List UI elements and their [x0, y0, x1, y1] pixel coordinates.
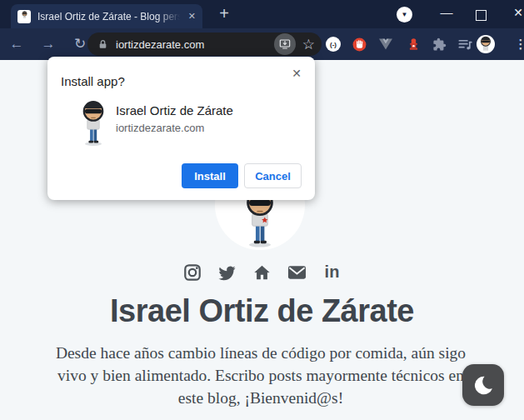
dialog-close-icon[interactable]: ✕	[288, 65, 305, 82]
dialog-title: Install app?	[61, 74, 125, 88]
page-title: Israel Ortiz de Zárate	[0, 293, 524, 329]
tab-close-icon[interactable]: ✕	[188, 11, 196, 22]
new-tab-button[interactable]: +	[213, 2, 235, 24]
avatar-icon	[19, 11, 30, 22]
media-playlist-icon[interactable]	[456, 35, 474, 53]
extension-devtool-icon[interactable]: (-)	[324, 35, 342, 53]
maximize-button[interactable]	[476, 10, 487, 21]
app-origin: iortizdezarate.com	[116, 122, 204, 134]
install-app-dialog: Install app? ✕ Israel Ortiz de Zárate io…	[47, 57, 315, 200]
kebab-menu-icon: ⋮	[515, 37, 524, 52]
lock-icon	[97, 39, 108, 50]
vue-v-icon	[378, 38, 393, 51]
puzzle-piece-icon	[432, 38, 447, 52]
avatar-icon	[477, 35, 495, 53]
browser-menu-button[interactable]: ⋮	[512, 35, 524, 53]
tab-search-button[interactable]: ▼	[397, 7, 412, 22]
instagram-icon[interactable]	[182, 262, 202, 282]
minimize-button[interactable]: —	[435, 5, 458, 23]
queue-music-icon	[457, 37, 473, 52]
toolbar: ← → ↻ iortizdezarate.com ☆ (-)	[0, 28, 524, 60]
dark-mode-toggle[interactable]	[462, 364, 504, 406]
moon-icon	[472, 374, 494, 396]
profile-avatar[interactable]	[477, 35, 495, 53]
avatar-app-icon	[77, 100, 110, 147]
paren-circle-icon: (-)	[326, 37, 341, 52]
twitter-icon[interactable]	[217, 262, 237, 282]
linkedin-label: in	[325, 262, 340, 282]
tab-title: Israel Ortiz de Zárate - Blog perso	[37, 11, 183, 22]
hydrant-icon	[407, 37, 421, 52]
monitor-download-icon	[278, 38, 292, 51]
browser-window: Israel Ortiz de Zárate - Blog perso ✕ + …	[0, 0, 524, 420]
bookmark-star-icon[interactable]: ☆	[302, 38, 315, 52]
cancel-button[interactable]: Cancel	[244, 163, 302, 188]
forward-button[interactable]: →	[38, 34, 58, 54]
app-name: Israel Ortiz de Zárate	[116, 103, 233, 118]
extension-hydrant-icon[interactable]	[404, 35, 422, 53]
app-icon	[72, 100, 114, 147]
page-intro: Desde hace años cambio líneas de código …	[43, 342, 478, 409]
email-icon[interactable]	[287, 262, 307, 282]
extension-adblock-icon[interactable]	[350, 35, 368, 53]
address-bar[interactable]: iortizdezarate.com ☆	[87, 32, 322, 56]
url-text[interactable]: iortizdezarate.com	[116, 38, 274, 51]
browser-tab[interactable]: Israel Ortiz de Zárate - Blog perso ✕	[11, 4, 202, 28]
extension-vue-icon[interactable]	[377, 35, 395, 53]
stop-hand-icon	[352, 37, 367, 52]
home-icon[interactable]	[252, 262, 272, 282]
window-close-button[interactable]: ✕	[508, 6, 524, 24]
tab-favicon-icon	[17, 10, 31, 23]
linkedin-icon[interactable]: in	[322, 262, 342, 282]
install-button[interactable]: Install	[182, 163, 238, 188]
install-app-icon[interactable]	[274, 33, 296, 55]
back-button[interactable]: ←	[7, 34, 27, 54]
title-bar: Israel Ortiz de Zárate - Blog perso ✕ + …	[0, 0, 524, 28]
social-links: in	[0, 262, 524, 282]
extensions-puzzle-icon[interactable]	[430, 35, 448, 53]
